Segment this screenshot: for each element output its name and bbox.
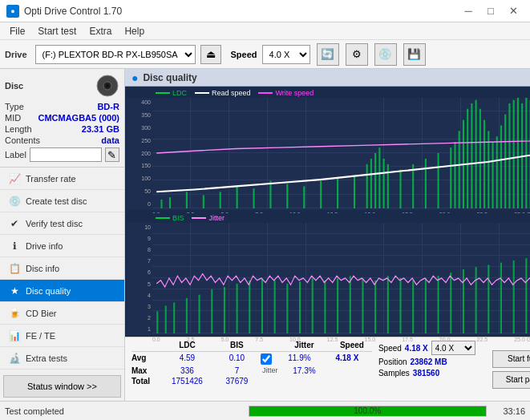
disc-info-icon: 📋	[8, 262, 21, 275]
maximize-button[interactable]: □	[480, 3, 501, 19]
minimize-button[interactable]: ─	[458, 3, 479, 19]
menu-file[interactable]: File	[3, 24, 31, 38]
svg-rect-57	[274, 281, 276, 333]
start-part-button[interactable]: Start part	[492, 371, 530, 389]
speed-display-value: 4.18 X	[405, 344, 428, 353]
y-left-100: 100	[128, 176, 151, 181]
drive-info-icon: ℹ	[8, 240, 21, 252]
sidebar-item-create-test-disc-label: Create test disc	[26, 196, 87, 206]
position-row: Position 23862 MB	[378, 357, 483, 366]
bis-legend: BIS	[156, 214, 184, 222]
bis-legend-label: BIS	[172, 214, 184, 222]
sidebar-item-disc-info[interactable]: 📋 Disc info	[0, 257, 124, 280]
svg-rect-26	[450, 147, 451, 208]
x2-10.0: 10.0	[289, 337, 301, 342]
y2-left-6: 6	[128, 269, 151, 275]
save-button[interactable]: 💾	[403, 43, 426, 66]
svg-rect-39	[504, 115, 506, 208]
disc-button[interactable]: 💿	[374, 43, 397, 66]
svg-rect-75	[500, 263, 502, 333]
label-edit-button[interactable]: ✎	[105, 147, 119, 162]
position-value: 23862 MB	[411, 357, 447, 366]
speed-select[interactable]: 4.0 X 2.0 X 1.0 X	[262, 45, 310, 64]
sidebar-item-cd-bier[interactable]: 🍺 CD Bier	[0, 302, 124, 325]
sidebar-item-drive-info[interactable]: ℹ Drive info	[0, 235, 124, 257]
status-window-button[interactable]: Status window >>	[3, 375, 121, 398]
stats-avg-row: Avg 4.59 0.10 11.9% 4.18 X	[131, 353, 372, 365]
svg-rect-6	[203, 195, 204, 208]
disc-length-label: Length	[5, 124, 32, 134]
top-chart-legend: LDC Read speed Write speed	[127, 88, 530, 98]
progress-bar-container: 100.0%	[249, 406, 488, 417]
sidebar-item-verify-test-disc[interactable]: ✔ Verify test disc	[0, 212, 124, 235]
stats-panel: LDC BIS Jitter Speed Avg 4.59 0.10 11.9%…	[125, 337, 530, 401]
stats-avg-label: Avg	[131, 353, 160, 365]
y-left-350: 350	[128, 112, 151, 118]
status-text: Test completed	[5, 406, 242, 416]
y2-left-9: 9	[128, 236, 151, 241]
y-left-300: 300	[128, 125, 151, 131]
x2-12.5: 12.5	[327, 337, 338, 342]
y2-left-7: 7	[128, 258, 151, 264]
disc-label-input[interactable]	[30, 147, 102, 162]
disc-contents-label: Contents	[5, 135, 40, 145]
drive-select[interactable]: (F:) PLEXTOR BD-R PX-LB950SA 1.06	[35, 45, 196, 64]
charts-area: LDC Read speed Write speed 400	[125, 87, 530, 337]
svg-rect-62	[337, 278, 338, 333]
eject-button[interactable]: ⏏	[200, 45, 221, 64]
svg-rect-20	[382, 159, 384, 208]
read-speed-polyline	[156, 151, 530, 192]
sidebar-item-disc-quality[interactable]: ★ Disc quality	[0, 280, 124, 302]
svg-rect-40	[508, 103, 510, 208]
start-full-button[interactable]: Start full	[492, 350, 530, 368]
disc-mid-label: MID	[5, 113, 21, 123]
disc-icon	[95, 74, 119, 98]
svg-rect-18	[374, 153, 376, 208]
svg-rect-65	[374, 281, 376, 333]
fe-te-icon: 📊	[8, 329, 21, 342]
svg-rect-54	[236, 284, 237, 333]
jitter-checkbox[interactable]	[261, 353, 272, 365]
svg-rect-77	[525, 258, 527, 333]
bottom-chart-legend: BIS Jitter	[127, 213, 530, 223]
top-chart-y-left: 400 350 300 250 200 150 100 50 0	[127, 98, 152, 208]
sidebar-item-fe-te[interactable]: 📊 FE / TE	[0, 325, 124, 347]
sidebar-item-transfer-rate[interactable]: 📈 Transfer rate	[0, 168, 124, 190]
svg-rect-5	[186, 192, 188, 208]
svg-rect-68	[412, 281, 414, 333]
sidebar-item-create-test-disc[interactable]: 💿 Create test disc	[0, 190, 124, 212]
stats-max-jitter: 17.3%	[278, 366, 330, 375]
x2-5.0: 5.0	[221, 337, 229, 342]
y-left-150: 150	[128, 163, 151, 168]
svg-rect-67	[399, 278, 401, 333]
progress-text: 100.0%	[249, 406, 487, 416]
ldc-legend-label: LDC	[172, 89, 187, 97]
sidebar: Disc Type BD-R MID CMCMAGBA5 (000) Lengt…	[0, 69, 125, 401]
sidebar-item-extra-tests-label: Extra tests	[26, 353, 67, 363]
stats-max-label: Max	[131, 366, 160, 375]
svg-rect-31	[471, 103, 472, 208]
bottom-chart-inner: 10 9 8 7 6 5 4 3 2 1	[127, 223, 530, 333]
menu-help[interactable]: Help	[118, 24, 151, 38]
menu-extra[interactable]: Extra	[83, 24, 118, 38]
svg-rect-48	[165, 306, 167, 334]
disc-label-label: Label	[5, 150, 26, 160]
verify-test-disc-icon: ✔	[8, 217, 21, 230]
sidebar-item-drive-info-label: Drive info	[26, 241, 63, 251]
stats-avg-bis: 0.10	[215, 353, 259, 365]
settings-button[interactable]: ⚙	[346, 43, 368, 66]
toolbar: Drive (F:) PLEXTOR BD-R PX-LB950SA 1.06 …	[0, 40, 530, 69]
bottom-chart-svg	[152, 223, 530, 333]
svg-rect-19	[378, 147, 380, 208]
svg-rect-35	[488, 131, 489, 208]
sidebar-item-extra-tests[interactable]: 🔬 Extra tests	[0, 347, 124, 370]
close-button[interactable]: ✕	[503, 3, 524, 19]
svg-rect-49	[173, 302, 175, 333]
svg-rect-44	[525, 98, 527, 208]
position-label: Position	[378, 357, 407, 366]
menu-start-test[interactable]: Start test	[31, 24, 83, 38]
sidebar-nav: 📈 Transfer rate 💿 Create test disc ✔ Ver…	[0, 168, 124, 372]
svg-rect-36	[492, 142, 493, 208]
bottom-chart-x-labels: 0.0 2.5 5.0 7.5 10.0 12.5 15.0 17.5 20.0…	[127, 333, 530, 345]
refresh-button[interactable]: 🔄	[317, 43, 339, 66]
